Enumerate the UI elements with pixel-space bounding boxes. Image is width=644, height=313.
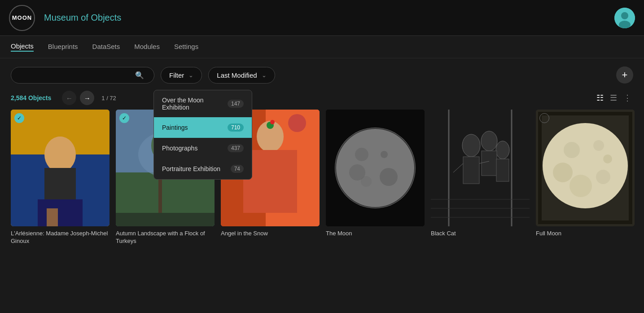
svg-point-24 [270, 120, 275, 124]
header: MOON Museum of Objects [0, 0, 644, 36]
avatar[interactable] [614, 8, 635, 28]
svg-rect-37 [420, 110, 425, 226]
filter-chevron-icon: ⌄ [188, 72, 193, 79]
logo[interactable]: MOON [9, 5, 35, 31]
add-button[interactable]: + [616, 66, 633, 84]
filter-item-photographs[interactable]: Photographs 437 [154, 138, 252, 159]
search-input[interactable] [18, 71, 135, 79]
card-title: Autumn Landscape with a Flock of Turkeys [116, 230, 215, 245]
svg-point-1 [621, 12, 628, 19]
svg-rect-34 [326, 110, 425, 119]
filter-dropdown-menu: Over the Moon Exhibition 147 Paintings 7… [153, 90, 252, 180]
filter-item-label: Photographs [162, 145, 197, 152]
nav-datasets[interactable]: DataSets [92, 43, 120, 51]
toolbar: 🔍 Filter ⌄ Last Modified ⌄ + Over the Mo… [0, 58, 644, 89]
nav-modules[interactable]: Modules [134, 43, 160, 51]
svg-rect-7 [38, 199, 83, 226]
card-title: Angel in the Snow [221, 230, 320, 238]
svg-point-42 [481, 131, 497, 151]
grid-view-button[interactable]: ☷ [595, 91, 605, 105]
svg-point-58 [570, 175, 592, 197]
filter-dropdown-button[interactable]: Filter ⌄ [161, 67, 202, 84]
options-button[interactable]: ⋮ [622, 91, 633, 105]
objects-bar: 2,584 Objects ← → 1 / 72 ☷ ☰ ⋮ [0, 89, 644, 110]
svg-point-31 [381, 151, 388, 158]
svg-point-57 [596, 170, 610, 184]
svg-rect-46 [496, 159, 509, 181]
nav-objects[interactable]: Objects [11, 42, 34, 52]
search-icon[interactable]: 🔍 [135, 71, 144, 79]
svg-point-43 [496, 141, 509, 159]
filter-item-portraiture[interactable]: Portraiture Exhibition 74 [154, 159, 252, 179]
svg-point-22 [288, 114, 306, 132]
nav-settings[interactable]: Settings [174, 43, 198, 51]
svg-point-55 [593, 140, 604, 151]
card-title: Black Cat [431, 230, 530, 238]
filter-item-count: 437 [228, 144, 244, 152]
logo-text: MOON [12, 14, 32, 21]
prev-page-button[interactable]: ← [62, 91, 76, 105]
view-controls: ☷ ☰ ⋮ [595, 91, 633, 105]
header-title: Museum of Objects [44, 13, 121, 23]
svg-point-32 [349, 164, 365, 181]
nav-blueprints[interactable]: Blueprints [48, 43, 78, 51]
sort-chevron-icon: ⌄ [262, 72, 267, 79]
sort-dropdown-button[interactable]: Last Modified ⌄ [208, 67, 275, 84]
svg-rect-62 [538, 220, 632, 224]
filter-item-label: Paintings [162, 124, 188, 131]
svg-rect-6 [44, 168, 76, 204]
next-page-button[interactable]: → [80, 91, 94, 105]
card-title: The Moon [326, 230, 425, 238]
svg-rect-38 [431, 110, 530, 226]
card-black-cat: Black Cat [431, 110, 530, 258]
pagination-arrows: ← → [62, 91, 94, 105]
svg-rect-44 [463, 157, 479, 184]
page-info: 1 / 72 [101, 95, 116, 101]
card-image[interactable] [431, 110, 530, 226]
filter-item-count: 710 [228, 123, 244, 132]
count-label: Objects [28, 94, 51, 101]
card-image[interactable] [536, 110, 635, 226]
card-arlesienne: ✓ L'Arlésienne: Madame Joseph-Michel Gin… [11, 110, 110, 258]
card-checkbox[interactable]: ✓ [14, 113, 24, 123]
card-full-moon: Full Moon [536, 110, 635, 258]
svg-point-41 [462, 134, 480, 157]
card-image[interactable]: ✓ [11, 110, 110, 226]
filter-item-label: Over the Moon Exhibition [162, 97, 228, 111]
card-title: Full Moon [536, 230, 635, 238]
svg-rect-63 [538, 112, 542, 224]
filter-label: Filter [169, 71, 184, 79]
objects-count: 2,584 Objects [11, 94, 51, 101]
filter-item-paintings[interactable]: Paintings 710 [154, 117, 252, 138]
svg-rect-16 [116, 213, 215, 226]
svg-rect-8 [47, 208, 58, 226]
svg-rect-45 [482, 151, 497, 176]
svg-rect-35 [326, 217, 425, 226]
filter-item-count: 147 [228, 100, 244, 108]
list-view-button[interactable]: ☰ [608, 91, 619, 105]
filter-item-count: 74 [231, 165, 244, 173]
card-image[interactable] [326, 110, 425, 226]
svg-rect-64 [629, 112, 632, 224]
objects-grid: ✓ L'Arlésienne: Madame Joseph-Michel Gin… [0, 110, 644, 258]
search-container[interactable]: 🔍 [11, 67, 154, 84]
card-title: L'Arlésienne: Madame Joseph-Michel Ginou… [11, 230, 110, 245]
svg-point-59 [603, 154, 612, 163]
card-checkbox[interactable] [539, 113, 549, 123]
card-checkbox[interactable]: ✓ [119, 113, 129, 123]
filter-item-label: Portraiture Exhibition [162, 165, 220, 172]
svg-rect-61 [538, 112, 632, 115]
svg-point-54 [564, 142, 580, 158]
svg-point-29 [380, 168, 398, 186]
main-nav: Objects Blueprints DataSets Modules Sett… [0, 36, 644, 58]
sort-label: Last Modified [217, 71, 257, 79]
count-number: 2,584 [11, 94, 26, 101]
filter-item-over-the-moon[interactable]: Over the Moon Exhibition 147 [154, 90, 252, 117]
svg-point-28 [355, 148, 368, 161]
svg-point-56 [553, 163, 573, 182]
add-icon: + [622, 69, 628, 81]
svg-point-9 [49, 137, 71, 163]
svg-rect-36 [326, 110, 330, 226]
card-moon: The Moon [326, 110, 425, 258]
